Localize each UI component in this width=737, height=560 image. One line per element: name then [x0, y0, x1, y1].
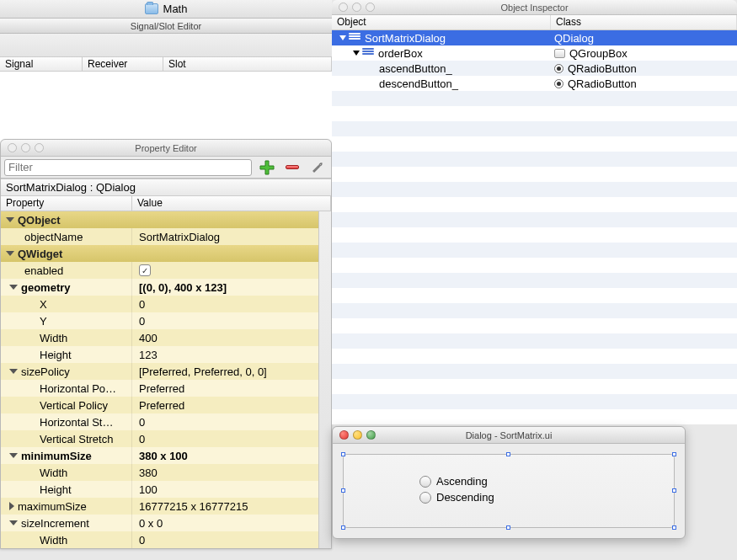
- chevron-down-icon[interactable]: [9, 453, 18, 458]
- row-sizeinc[interactable]: sizeIncrement0 x 0: [1, 515, 331, 531]
- resize-handle[interactable]: [506, 525, 510, 530]
- chevron-down-icon[interactable]: [6, 217, 14, 222]
- dialog-title: Dialog - SortMatrix.ui: [333, 430, 685, 440]
- remove-button[interactable]: [282, 159, 302, 176]
- section-qobject[interactable]: QObject: [1, 211, 331, 228]
- dialog-preview-window[interactable]: Dialog - SortMatrix.ui Ascending Descend…: [332, 426, 686, 539]
- signal-slot-title: Signal/Slot Editor: [0, 19, 332, 34]
- row-geometry[interactable]: geometry [(0, 0), 400 x 123]: [1, 279, 331, 296]
- object-tree[interactable]: SortMatrixDialog QDialog orderBox QGroup…: [332, 30, 737, 421]
- row-min-h[interactable]: Height100: [1, 481, 331, 498]
- folder-icon: [145, 3, 158, 14]
- chevron-right-icon[interactable]: [9, 502, 14, 510]
- col-value[interactable]: Value: [132, 196, 331, 211]
- class-line: SortMatrixDialog : QDialog: [1, 179, 331, 196]
- tree-item-sortmatrixdialog[interactable]: SortMatrixDialog QDialog: [332, 30, 737, 45]
- wrench-icon: [311, 161, 324, 174]
- chevron-down-icon[interactable]: [353, 51, 360, 56]
- radio-icon: [554, 64, 563, 73]
- resize-handle[interactable]: [341, 452, 345, 456]
- property-editor-titlebar[interactable]: Property Editor: [1, 140, 331, 157]
- row-x[interactable]: X0: [1, 296, 331, 312]
- row-vpol[interactable]: Vertical PolicyPreferred: [1, 397, 331, 413]
- row-sizepolicy[interactable]: sizePolicy[Preferred, Preferred, 0, 0]: [1, 363, 331, 380]
- math-folder-header: Math: [0, 0, 332, 19]
- tree-item-ascendbutton[interactable]: ascendButton_ QRadioButton: [332, 61, 737, 76]
- ascending-radio[interactable]: Ascending: [419, 475, 665, 488]
- col-signal[interactable]: Signal: [0, 57, 83, 71]
- add-button[interactable]: [257, 159, 277, 176]
- signal-slot-headers: Signal Receiver Slot: [0, 56, 332, 72]
- dialog-titlebar[interactable]: Dialog - SortMatrix.ui: [333, 427, 685, 444]
- signal-slot-editor: Signal Receiver Slot: [0, 34, 332, 139]
- chevron-down-icon[interactable]: [9, 520, 18, 525]
- ascending-label: Ascending: [436, 475, 488, 488]
- object-inspector-title: Object Inspector: [332, 3, 737, 13]
- configure-button[interactable]: [307, 159, 328, 176]
- property-editor-window: Property Editor SortMatrixDialog : QDial…: [0, 139, 332, 549]
- enabled-checkbox[interactable]: ✓: [139, 264, 151, 276]
- resize-handle[interactable]: [506, 452, 510, 456]
- row-objectname[interactable]: objectName SortMatrixDialog: [1, 228, 331, 245]
- resize-handle[interactable]: [672, 488, 676, 493]
- row-min-w[interactable]: Width380: [1, 464, 331, 481]
- col-slot[interactable]: Slot: [163, 57, 332, 71]
- filter-input[interactable]: [4, 159, 252, 176]
- section-qwidget[interactable]: QWidget: [1, 245, 331, 262]
- row-y[interactable]: Y0: [1, 312, 331, 329]
- row-enabled[interactable]: enabled ✓: [1, 262, 331, 279]
- vlayout-icon: [349, 33, 360, 43]
- radio-icon: [419, 492, 431, 504]
- resize-handle[interactable]: [672, 525, 676, 530]
- radio-icon: [419, 476, 431, 488]
- col-receiver[interactable]: Receiver: [83, 57, 163, 71]
- chevron-down-icon[interactable]: [9, 285, 18, 290]
- orderbox-groupbox[interactable]: Ascending Descending: [343, 454, 675, 528]
- row-vstr[interactable]: Vertical Stretch0: [1, 430, 331, 447]
- row-hstr[interactable]: Horizontal St…0: [1, 413, 331, 430]
- math-folder-label: Math: [163, 3, 188, 15]
- resize-handle[interactable]: [341, 525, 345, 530]
- resize-handle[interactable]: [672, 452, 676, 456]
- col-property[interactable]: Property: [1, 196, 132, 211]
- col-class[interactable]: Class: [551, 15, 737, 29]
- row-maxsize[interactable]: maximumSize16777215 x 16777215: [1, 498, 331, 515]
- chevron-down-icon[interactable]: [9, 369, 18, 374]
- row-width[interactable]: Width400: [1, 329, 331, 346]
- object-inspector-titlebar[interactable]: Object Inspector: [332, 0, 737, 15]
- groupbox-icon: [554, 49, 565, 58]
- chevron-down-icon[interactable]: [6, 251, 14, 256]
- property-rows[interactable]: QObject objectName SortMatrixDialog QWid…: [1, 211, 331, 548]
- descending-radio[interactable]: Descending: [419, 491, 665, 504]
- row-si-w[interactable]: Width0: [1, 531, 331, 548]
- row-hpol[interactable]: Horizontal Po…Preferred: [1, 380, 331, 397]
- tree-item-orderbox[interactable]: orderBox QGroupBox: [332, 45, 737, 61]
- vlayout-icon: [362, 48, 374, 58]
- tree-item-descendbutton[interactable]: descendButton_ QRadioButton: [332, 76, 737, 91]
- row-minsize[interactable]: minimumSize380 x 100: [1, 447, 331, 464]
- col-object[interactable]: Object: [332, 15, 551, 29]
- descending-label: Descending: [436, 491, 494, 504]
- minus-icon: [286, 165, 299, 169]
- resize-handle[interactable]: [341, 488, 345, 493]
- plus-icon: [259, 159, 275, 176]
- property-editor-title: Property Editor: [1, 143, 331, 153]
- radio-icon: [554, 79, 563, 88]
- chevron-down-icon[interactable]: [339, 35, 346, 40]
- row-height[interactable]: Height123: [1, 346, 331, 363]
